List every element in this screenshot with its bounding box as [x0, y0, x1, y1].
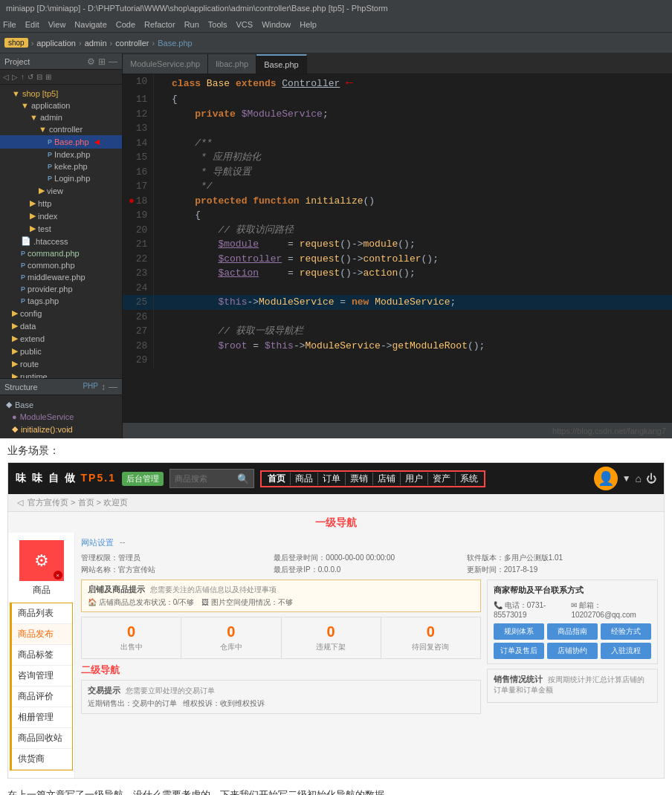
struct-moduleservice[interactable]: ● ModuleService — [0, 411, 122, 423]
sidebar-nav-tags[interactable]: 商品标签 — [12, 645, 72, 666]
menu-navigate[interactable]: Navigate — [74, 20, 106, 29]
project-nav-refresh[interactable]: ↺ — [28, 73, 33, 81]
breadcrumb-icon: ◁ — [17, 498, 23, 507]
nav-assets[interactable]: 资产 — [428, 473, 456, 485]
tree-providerphp[interactable]: P provider.php — [0, 283, 122, 295]
project-toolbar-row: ◁ ▷ ↑ ↺ ⊟ ⊞ — [0, 70, 122, 85]
menu-help[interactable]: Help — [300, 20, 317, 29]
project-nav-collapse[interactable]: ⊟ — [36, 73, 42, 81]
nav-shop[interactable]: 店铺 — [373, 473, 401, 485]
project-nav-expand[interactable]: ⊞ — [45, 73, 51, 81]
tree-testdir[interactable]: ▶ test — [0, 222, 122, 235]
tree-route[interactable]: ▶ route — [0, 357, 122, 370]
shop-nav-management-badge[interactable]: 后台管理 — [122, 472, 164, 486]
sidebar-nav-supplier[interactable]: 供货商 — [12, 749, 72, 770]
tree-http[interactable]: ▶ http — [0, 197, 122, 210]
project-nav-back[interactable]: ◁ — [3, 73, 9, 81]
nav-tickets[interactable]: 票销 — [346, 473, 373, 485]
tree-middlewarephp[interactable]: P middleware.php — [0, 271, 122, 283]
tree-commandphp[interactable]: P command.php — [0, 247, 122, 259]
line-content-28: $root = $this->ModuleService->getModuleR… — [154, 339, 672, 354]
transaction-item1: 近期销售出：交易中的订单 — [88, 698, 177, 709]
helper-btn-orders[interactable]: 订单及售后 — [494, 643, 544, 659]
tree-loginphp[interactable]: P Login.php — [0, 172, 122, 184]
menu-edit[interactable]: Edit — [25, 20, 39, 29]
sidebar-nav-recycle[interactable]: 商品回收站 — [12, 728, 72, 749]
tree-htaccess[interactable]: 📄 .htaccess — [0, 235, 122, 247]
tree-runtime[interactable]: ▶ runtime — [0, 370, 122, 378]
menu-refactor[interactable]: Refactor — [144, 20, 175, 29]
tree-view-label: view — [47, 186, 63, 195]
tree-view[interactable]: ▶ view — [0, 184, 122, 197]
helper-btn-entry[interactable]: 入驻流程 — [601, 643, 651, 659]
menu-window[interactable]: Window — [262, 20, 291, 29]
stat-on-sale: 0 出售中 — [82, 617, 181, 658]
tab-basephp[interactable]: Base.php — [256, 54, 306, 74]
tree-commonphp[interactable]: P common.php — [0, 259, 122, 271]
website-settings-link[interactable]: 网站设置 — [81, 537, 114, 548]
toolbar-admin[interactable]: admin — [85, 39, 107, 48]
toolbar-shop[interactable]: shop — [4, 38, 28, 48]
helper-btn-experience[interactable]: 经验方式 — [601, 623, 651, 640]
tree-root[interactable]: ▼ shop [tp5] — [0, 88, 122, 100]
code-line-29: 29 — [123, 353, 672, 368]
dropdown-icon[interactable]: ▼ — [622, 473, 631, 484]
helper-btn-rules[interactable]: 规则体系 — [494, 623, 544, 640]
panel-tool-settings[interactable]: ⚙ — [87, 56, 95, 67]
file-icon-htaccess: 📄 — [21, 236, 31, 246]
menu-view[interactable]: View — [48, 20, 66, 29]
code-area[interactable]: 10 class Base extends Controller ← 11 { … — [123, 74, 672, 422]
nav-system[interactable]: 系统 — [456, 473, 482, 485]
tree-extend[interactable]: ▶ extend — [0, 332, 122, 345]
nav-home[interactable]: 首页 — [263, 473, 291, 485]
tab-libac[interactable]: libac.php — [208, 54, 256, 74]
tree-config-label: config — [20, 309, 42, 318]
toolbar-controller[interactable]: controller — [115, 39, 149, 48]
tree-indexdir[interactable]: ▶ index — [0, 210, 122, 222]
structure-close-btn[interactable]: — — [109, 382, 117, 392]
nav-orders[interactable]: 订单 — [318, 473, 346, 485]
power-icon[interactable]: ⏻ — [646, 473, 656, 484]
tree-indexphp[interactable]: P Index.php — [0, 149, 122, 160]
tree-public[interactable]: ▶ public — [0, 345, 122, 357]
menu-tools[interactable]: Tools — [208, 20, 227, 29]
tree-tagsphp[interactable]: P tags.php — [0, 295, 122, 307]
line-num-16: 16 — [123, 165, 154, 180]
shop-search-input[interactable] — [175, 474, 234, 483]
tree-config[interactable]: ▶ config — [0, 307, 122, 319]
tree-application[interactable]: ▼ application — [0, 100, 122, 111]
toolbar-basephp[interactable]: Base.php — [158, 39, 192, 48]
sidebar-nav-review[interactable]: 商品评价 — [12, 687, 72, 707]
menu-run[interactable]: Run — [184, 20, 199, 29]
struct-base-class[interactable]: ◆ Base — [0, 398, 122, 411]
sidebar-nav-publish[interactable]: 商品发布 — [12, 624, 72, 645]
nav-products[interactable]: 商品 — [291, 473, 318, 485]
helper-btn-shopcontract[interactable]: 店铺协约 — [547, 643, 598, 659]
tree-admin[interactable]: ▼ admin — [0, 111, 122, 123]
nav-users[interactable]: 用户 — [401, 473, 428, 485]
struct-initialize[interactable]: ◆ initialize():void — [0, 423, 122, 435]
panel-tool-close[interactable]: — — [109, 56, 117, 67]
helper-box: 商家帮助及平台联系方式 📞 电话：0731-85573019 ✉ 邮箱：1020… — [487, 580, 658, 664]
tree-controller[interactable]: ▼ controller — [0, 123, 122, 135]
shop-search-box[interactable]: 🔍 — [169, 469, 254, 488]
sidebar-nav-album[interactable]: 相册管理 — [12, 707, 72, 728]
tree-basephp-label: Base.php — [54, 137, 88, 146]
menu-vcs[interactable]: VCS — [236, 20, 253, 29]
structure-sort-btn[interactable]: ↕ — [101, 382, 106, 392]
tree-data[interactable]: ▶ data — [0, 319, 122, 332]
menu-file[interactable]: File — [3, 20, 16, 29]
helper-btn-products[interactable]: 商品指南 — [547, 623, 598, 640]
menu-code[interactable]: Code — [116, 20, 135, 29]
sidebar-nav-consult[interactable]: 咨询管理 — [12, 666, 72, 687]
project-nav-up[interactable]: ↑ — [21, 73, 25, 81]
home-icon[interactable]: ⌂ — [636, 473, 642, 484]
tree-basephp[interactable]: P Base.php ◄ — [0, 135, 122, 149]
tab-moduleservice[interactable]: ModuleService.php — [123, 54, 208, 74]
tree-kekephp[interactable]: P keke.php — [0, 160, 122, 172]
toolbar-application[interactable]: application — [36, 39, 76, 48]
sidebar-nav-list[interactable]: 商品列表 — [12, 603, 72, 624]
project-nav-forward[interactable]: ▷ — [12, 73, 18, 81]
panel-tool-gear[interactable]: ⊞ — [98, 56, 106, 67]
line-content-17: */ — [154, 179, 672, 194]
